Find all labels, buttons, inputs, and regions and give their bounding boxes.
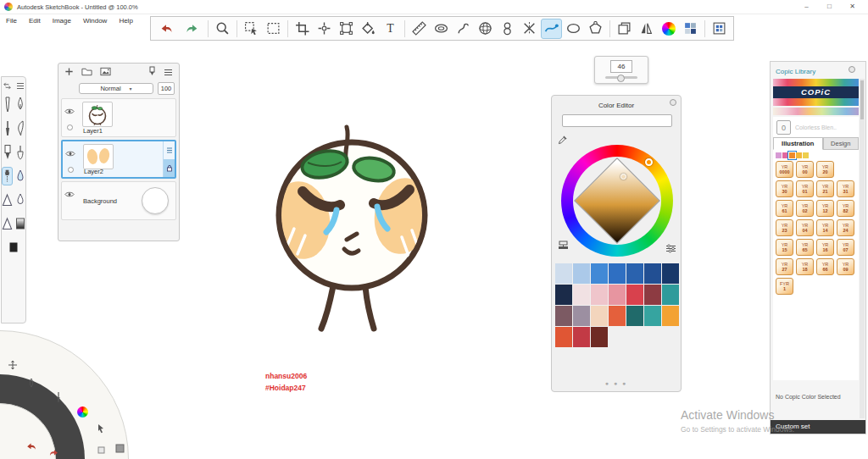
steady-stroke-icon[interactable] xyxy=(541,19,562,39)
color-swatch[interactable] xyxy=(573,263,590,284)
color-palette-icon[interactable] xyxy=(680,19,701,39)
zoom-icon[interactable] xyxy=(212,19,233,39)
copic-chip-FYR1[interactable]: FYR1 xyxy=(776,278,793,295)
add-layer-icon[interactable] xyxy=(64,64,74,80)
copic-chip-YR04[interactable]: YR04 xyxy=(796,219,814,236)
copic-chip-YR15[interactable]: YR15 xyxy=(776,239,793,256)
hue-marker[interactable] xyxy=(645,158,653,166)
copic-chip-YR21[interactable]: YR21 xyxy=(816,180,834,197)
copic-mini-swatch[interactable] xyxy=(776,152,782,158)
color-swatch[interactable] xyxy=(591,327,608,347)
colorless-blender-chip[interactable]: 0 xyxy=(776,120,791,135)
layer-lock-icon[interactable] xyxy=(164,159,175,177)
menu-image[interactable]: Image xyxy=(47,17,77,25)
sliders-icon[interactable] xyxy=(665,241,676,257)
puck-cursor-icon[interactable] xyxy=(95,423,107,434)
distort-icon[interactable] xyxy=(336,19,357,39)
copic-chip-YR16[interactable]: YR16 xyxy=(816,239,834,256)
visibility-icon[interactable] xyxy=(64,186,75,202)
selection-tool-icon[interactable] xyxy=(241,19,262,39)
marquee-tool-icon[interactable] xyxy=(263,19,284,39)
sv-marker[interactable] xyxy=(620,174,626,180)
crop-icon[interactable] xyxy=(292,19,313,39)
color-swatch[interactable] xyxy=(644,285,661,305)
copic-chip-YR24[interactable]: YR24 xyxy=(837,219,854,236)
palette-menu-icon[interactable] xyxy=(14,80,25,91)
triangle-icon[interactable] xyxy=(2,191,13,209)
color-swatch[interactable] xyxy=(662,263,679,284)
triangle-alt-icon[interactable] xyxy=(2,214,13,233)
copic-chip-YR12[interactable]: YR12 xyxy=(816,200,834,217)
tab-design[interactable]: Design xyxy=(823,137,859,150)
copic-mini-swatch[interactable] xyxy=(796,152,802,158)
puck-transform-icon[interactable] xyxy=(7,359,19,371)
polyline-icon[interactable] xyxy=(585,19,606,39)
puck-color-wheel-icon[interactable] xyxy=(76,406,88,418)
panel-collapse-icon[interactable] xyxy=(670,99,676,106)
visibility-icon[interactable] xyxy=(65,146,75,161)
visibility-icon[interactable] xyxy=(64,103,75,119)
smudge-icon[interactable] xyxy=(14,143,25,162)
color-swatch[interactable] xyxy=(644,263,661,284)
tab-illustration[interactable]: Illustration xyxy=(773,137,823,150)
copic-chip-YR66[interactable]: YR66 xyxy=(816,258,834,275)
color-swatch[interactable] xyxy=(662,285,679,305)
color-swatch[interactable] xyxy=(626,306,643,326)
marker-icon[interactable] xyxy=(2,143,13,162)
close-button[interactable]: ✕ xyxy=(841,0,864,14)
undo-button[interactable] xyxy=(154,19,179,39)
copic-scrollbar[interactable] xyxy=(860,79,865,418)
layer-marker-radio[interactable] xyxy=(67,124,73,130)
menu-window[interactable]: Window xyxy=(77,17,113,25)
quill-icon[interactable] xyxy=(14,119,25,138)
transform-icon[interactable] xyxy=(314,19,335,39)
panel-resize-handle[interactable]: ● ● ● xyxy=(552,380,681,386)
maximize-button[interactable]: □ xyxy=(818,0,841,14)
brush-size-input[interactable]: 46 xyxy=(610,60,632,73)
color-swatch[interactable] xyxy=(609,285,626,305)
copic-chip-YR09[interactable]: YR09 xyxy=(837,258,854,275)
minimize-button[interactable]: – xyxy=(795,0,818,14)
copic-chip-YR0000[interactable]: YR0000 xyxy=(776,161,793,178)
copic-chip-YR14[interactable]: YR14 xyxy=(816,219,834,236)
layer-folder-icon[interactable] xyxy=(81,64,92,80)
opacity-input[interactable]: 100 xyxy=(158,82,175,95)
puck-undo-icon[interactable] xyxy=(25,440,37,452)
color-swatch[interactable] xyxy=(644,306,661,326)
ellipse-tool-icon[interactable] xyxy=(563,19,584,39)
water-droplet-icon[interactable] xyxy=(14,167,25,185)
copic-chip-YR61[interactable]: YR61 xyxy=(776,200,793,217)
color-swatch[interactable] xyxy=(662,306,679,326)
solid-square-icon[interactable] xyxy=(8,238,19,257)
transform-small-icon[interactable] xyxy=(2,80,13,91)
copy-layer-icon[interactable] xyxy=(614,19,635,39)
layer-marker-icon[interactable] xyxy=(148,64,156,80)
color-swatch[interactable] xyxy=(626,285,643,305)
french-curve-icon[interactable] xyxy=(453,19,474,39)
layer-row-background[interactable]: Background xyxy=(61,181,176,220)
text-tool-icon[interactable]: T xyxy=(380,19,401,39)
puck-swatch-small-icon[interactable] xyxy=(95,444,107,456)
copic-chip-YR01[interactable]: YR01 xyxy=(796,180,814,197)
blend-mode-select[interactable]: Normal ▾ xyxy=(79,83,153,94)
color-swatch[interactable] xyxy=(591,263,608,284)
fill-icon[interactable] xyxy=(358,19,379,39)
copic-chip-YR18[interactable]: YR18 xyxy=(796,258,814,275)
puck-swatch-icon[interactable] xyxy=(114,442,125,454)
marketplace-icon[interactable] xyxy=(709,19,730,39)
menu-help[interactable]: Help xyxy=(113,17,138,25)
layer-row-layer1[interactable]: Layer1 xyxy=(61,98,176,137)
droplet-icon[interactable] xyxy=(14,191,25,209)
color-value-input[interactable] xyxy=(562,114,672,127)
color-swatch[interactable] xyxy=(573,327,590,347)
pencil-icon[interactable] xyxy=(2,96,13,114)
redo-button[interactable] xyxy=(180,19,204,39)
color-swatch[interactable] xyxy=(555,285,572,305)
color-swatch[interactable] xyxy=(609,263,626,284)
layer-row-layer2[interactable]: Layer2 xyxy=(61,140,176,179)
color-swatch[interactable] xyxy=(573,285,590,305)
perspective-icon[interactable] xyxy=(475,19,496,39)
brushes-icon[interactable] xyxy=(636,19,657,39)
ruler-icon[interactable] xyxy=(409,19,430,39)
copic-chip-YR20[interactable]: YR20 xyxy=(816,161,834,178)
